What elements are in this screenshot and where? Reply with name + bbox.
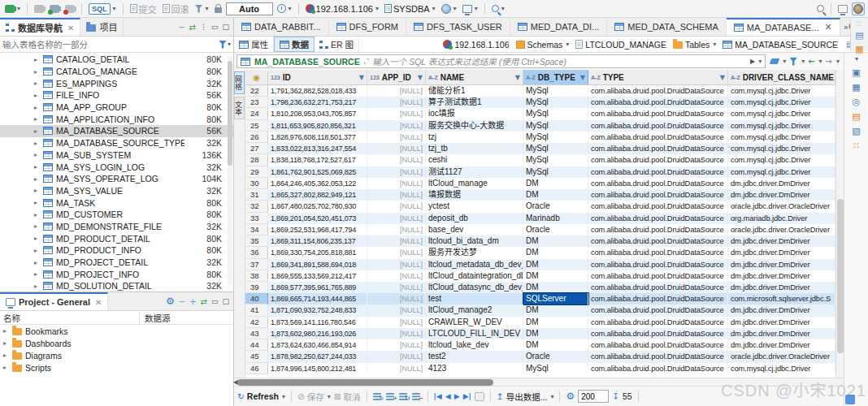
expander-icon[interactable]: ▸	[34, 222, 40, 230]
close-icon[interactable]: ✕	[95, 298, 102, 307]
expander-icon[interactable]: ▸	[34, 68, 40, 76]
cell-type[interactable]: com.alibaba.druid.pool.DruidDataSource	[588, 108, 728, 119]
row-number[interactable]: 31	[245, 189, 268, 201]
fetch-size-input[interactable]	[578, 390, 609, 403]
cell-db-type[interactable]: MySql	[523, 120, 588, 132]
tree-item-table[interactable]: ▸MD_PROJECT_INFO80K	[0, 268, 233, 280]
cell-driver-class-name[interactable]: com.mysql.cj.jdbc.Driver	[728, 363, 835, 374]
row-number[interactable]: 36	[245, 247, 268, 258]
reconnect-button[interactable]	[48, 4, 61, 14]
table-row[interactable]: 321,867,480,025,702,780,930[NULL]yctestO…	[245, 201, 835, 212]
column-header-app_id[interactable]: 123APP_ID▼	[367, 70, 426, 84]
row-number[interactable]: 46	[245, 363, 268, 374]
expander-icon[interactable]: ▸	[3, 327, 9, 335]
link-with-editor-icon[interactable]: ⇄	[189, 23, 196, 32]
table-row[interactable]: 451,878,982,250,627,244,033[NULL]test2Or…	[245, 351, 835, 362]
cell-id[interactable]: 1,869,201,054,520,451,073	[268, 213, 367, 224]
cell-app-id[interactable]: [NULL]	[367, 178, 426, 189]
maximize-icon[interactable]: □	[222, 297, 229, 305]
tree-item-table[interactable]: ▸FILE_INFO56K	[0, 89, 233, 102]
chevron-down-icon[interactable]: ▾	[566, 41, 569, 48]
cell-driver-class-name[interactable]: oracle.jdbc.driver.OracleDriver	[728, 351, 835, 362]
scrollbar-thumb[interactable]	[228, 61, 232, 166]
editor-tab[interactable]: MED_DATA_SCHEMA	[607, 18, 726, 36]
export-data-button[interactable]: ↥ 导出数据... ▾	[497, 391, 554, 403]
cell-db-type[interactable]: DM	[523, 282, 588, 293]
presentation-tab-text[interactable]: 文本	[234, 97, 245, 119]
table-filter-input[interactable]	[2, 38, 219, 51]
cell-name[interactable]: ceshi	[426, 154, 523, 166]
table-row[interactable]: 241,810,208,953,043,705,857[NULL]ioc填报My…	[245, 108, 835, 119]
expander-icon[interactable]: ▸	[34, 104, 40, 111]
cell-db-type[interactable]: MySql	[523, 154, 588, 166]
cell-driver-class-name[interactable]: dm.jdbc.driver.DmDriver	[728, 317, 835, 328]
expander-icon[interactable]: ▸	[34, 56, 40, 63]
cell-name[interactable]: 测试1127	[426, 166, 523, 178]
row-number[interactable]: 26	[245, 132, 268, 143]
cell-db-type[interactable]: MySql	[523, 166, 588, 178]
chevron-down-icon[interactable]: ▾	[855, 55, 858, 63]
expand-all-icon[interactable]: +	[189, 297, 196, 306]
close-icon[interactable]: ✕	[67, 24, 74, 32]
expander-icon[interactable]: ▸	[34, 270, 40, 278]
cell-id[interactable]: 1,873,624,630,466,854,914	[268, 339, 367, 351]
expander-icon[interactable]: ▸	[3, 339, 9, 347]
scrollbar-thumb[interactable]	[237, 379, 493, 386]
chevron-down-icon[interactable]: ▾	[801, 58, 805, 65]
project-item[interactable]: ▸Dashboards	[0, 337, 233, 349]
record-panel-icon[interactable]: ◎	[853, 97, 861, 106]
cell-driver-class-name[interactable]: com.mysql.cj.jdbc.Driver	[728, 97, 835, 108]
cell-db-type[interactable]: MySql	[523, 143, 588, 154]
table-row[interactable]: 301,864,246,405,362,053,122[NULL]ltCloud…	[245, 178, 835, 189]
table-row[interactable]: 421,873,569,141,116,780,546[NULL]CRAWLER…	[245, 317, 835, 328]
expander-icon[interactable]: ▸	[34, 247, 40, 254]
tree-item-table[interactable]: ▸CATALOG_DETAIL80K	[0, 54, 233, 66]
cell-app-id[interactable]: [NULL]	[367, 235, 426, 247]
collapse-all-icon[interactable]: −	[179, 297, 185, 306]
cell-name[interactable]: CRAWLER_W_DEV	[426, 317, 523, 328]
chevron-down-icon[interactable]: ▾	[783, 58, 786, 65]
column-filter-icon[interactable]: ▼	[515, 74, 520, 81]
column-header-name[interactable]: A-ZNAME▼	[426, 70, 523, 84]
cell-db-type[interactable]: DM	[523, 317, 588, 328]
disconnect-button[interactable]	[63, 4, 76, 14]
rollback-button[interactable]: 回滚	[161, 2, 191, 16]
expander-icon[interactable]: ▸	[34, 235, 40, 242]
cell-type[interactable]: com.alibaba.druid.pool.DruidDataSource	[588, 166, 728, 178]
subtab-properties[interactable]: 属性	[234, 37, 274, 52]
cell-db-type[interactable]: Marinadb	[523, 213, 588, 224]
cell-id[interactable]: 1,838,118,768,172,527,617	[268, 154, 367, 166]
cell-db-type[interactable]: DM	[523, 339, 588, 351]
expander-icon[interactable]: ▸	[34, 175, 40, 183]
cell-app-id[interactable]: [NULL]	[367, 293, 426, 304]
cell-app-id[interactable]: [NULL]	[367, 213, 426, 224]
cell-name[interactable]: 服务开发达梦	[426, 247, 523, 258]
cell-id[interactable]: 1,791,362,882,528,018,433	[268, 85, 367, 97]
tree-item-table[interactable]: ▸MD_SOLUTION_DETAIL32K	[0, 280, 233, 292]
cell-name[interactable]: tzj_tb	[426, 143, 523, 154]
row-number[interactable]: 34	[245, 224, 268, 235]
subtab-er-diagram[interactable]: ER 图	[315, 37, 359, 52]
row-number[interactable]: 32	[245, 201, 268, 212]
cell-name[interactable]: ltcloud_metadata_db_dev_dm	[426, 259, 523, 270]
table-row[interactable]: 351,869,311,154,806,235,137[NULL]ltcloud…	[245, 235, 835, 247]
cell-app-id[interactable]: [NULL]	[367, 201, 426, 212]
cell-id[interactable]: 1,869,665,714,193,444,865	[268, 293, 367, 304]
cell-driver-class-name[interactable]: dm.jdbc.driver.DmDriver	[728, 270, 835, 282]
cell-driver-class-name[interactable]: com.mysql.cj.jdbc.Driver	[728, 120, 835, 132]
active-schema-selector[interactable]: SYSDBA▾	[383, 3, 437, 15]
cell-driver-class-name[interactable]: com.microsoft.sqlserver.jdbc.S	[728, 293, 835, 304]
cell-driver-class-name[interactable]: dm.jdbc.driver.DmDriver	[728, 339, 835, 351]
cell-name[interactable]: ltCloud_manage2	[426, 304, 523, 316]
presentation-tab-grid[interactable]: 网格	[234, 71, 245, 94]
cell-app-id[interactable]: [NULL]	[367, 154, 426, 166]
lock-button[interactable]	[213, 3, 224, 14]
cell-driver-class-name[interactable]: oracle.jdbc.driver.OracleDriver	[728, 201, 835, 212]
cell-type[interactable]: com.alibaba.druid.pool.DruidDataSource	[588, 143, 728, 154]
expander-icon[interactable]: ▸	[34, 140, 40, 147]
cell-id[interactable]: 1,871,090,932,752,248,833	[268, 304, 367, 316]
expand-filter-icon[interactable]: ⌞⌝	[364, 58, 369, 65]
cell-name[interactable]: ltcloud_bi_data_dm	[426, 235, 523, 247]
cell-type[interactable]: com.alibaba.druid.pool.DruidDataSource	[588, 189, 728, 201]
table-row[interactable]: 391,869,577,395,961,765,889[NULL]ltCloud…	[245, 282, 835, 293]
